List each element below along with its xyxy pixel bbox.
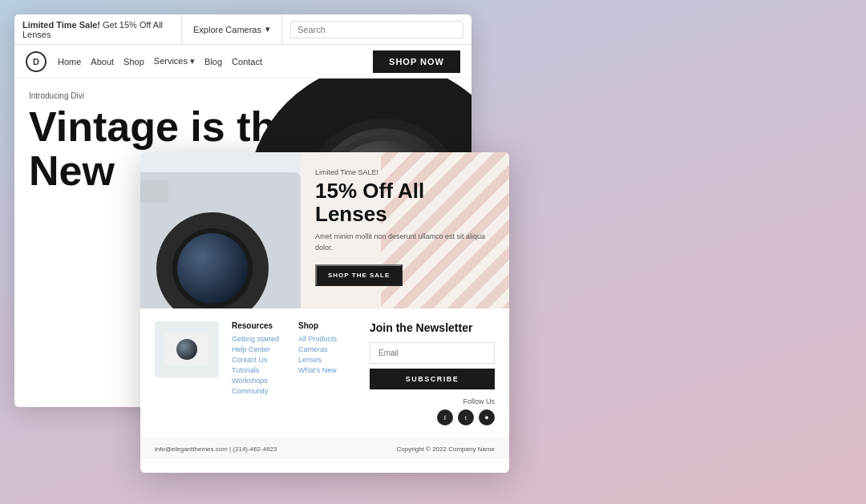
nav-link-blog[interactable]: Blog bbox=[204, 56, 222, 67]
footer-section: Resources Getting started Help Center Co… bbox=[140, 308, 509, 438]
sale-title-line1: 15% Off All bbox=[315, 179, 495, 203]
shop-heading: Shop bbox=[298, 321, 337, 330]
sale-camera-flash bbox=[140, 180, 168, 203]
shop-link-all-products[interactable]: All Products bbox=[298, 335, 337, 343]
shop-link-cameras[interactable]: Cameras bbox=[298, 345, 337, 353]
sale-title-line2: Lenses bbox=[315, 203, 495, 226]
shop-link-whats-new[interactable]: What's New bbox=[298, 366, 337, 374]
sale-camera-image bbox=[140, 152, 301, 308]
sale-description: Amet minim mollit non deserunt ullamco e… bbox=[315, 232, 495, 253]
footer-columns: Resources Getting started Help Center Co… bbox=[232, 321, 357, 425]
newsletter-heading: Join the Newsletter bbox=[370, 321, 495, 334]
copyright: Copyright © 2022 Company Name bbox=[397, 446, 495, 453]
nav-link-about[interactable]: About bbox=[91, 56, 114, 67]
email-input[interactable] bbox=[370, 342, 495, 364]
sale-banner: Limited Time SALE! 15% Off All Lenses Am… bbox=[140, 152, 509, 308]
resources-link-help-center[interactable]: Help Center bbox=[232, 345, 279, 353]
top-bar: Limited Time Sale! Get 15% Off All Lense… bbox=[14, 14, 471, 45]
search-input[interactable] bbox=[290, 21, 463, 38]
explore-cameras-dropdown[interactable]: Explore Cameras ▾ bbox=[181, 14, 282, 44]
sale-camera-lens-inner bbox=[172, 228, 253, 308]
nav-bar: D Home About Shop Services ▾ Blog Contac… bbox=[14, 45, 471, 79]
resources-link-contact-us[interactable]: Contact Us bbox=[232, 356, 279, 364]
nav-link-contact[interactable]: Contact bbox=[232, 56, 262, 67]
social-icons: f t ● bbox=[370, 409, 495, 425]
facebook-icon[interactable]: f bbox=[437, 409, 453, 425]
nav-link-home[interactable]: Home bbox=[58, 56, 81, 67]
footer-resources-col: Resources Getting started Help Center Co… bbox=[232, 321, 279, 425]
nav-link-shop[interactable]: Shop bbox=[123, 56, 144, 67]
sale-label: Limited Time SALE! bbox=[315, 168, 495, 176]
instagram-icon[interactable]: ● bbox=[479, 409, 495, 425]
sale-camera-body bbox=[140, 172, 301, 308]
shop-link-lenses[interactable]: Lenses bbox=[298, 356, 337, 364]
follow-us-label: Follow Us bbox=[370, 397, 495, 405]
footer-shop-col: Shop All Products Cameras Lenses What's … bbox=[298, 321, 337, 425]
sale-title: 15% Off All Lenses bbox=[315, 179, 495, 225]
newsletter-section: Join the Newsletter SUBSCRIBE Follow Us … bbox=[370, 321, 495, 425]
sale-camera-lens-area bbox=[156, 212, 269, 308]
resources-link-workshops[interactable]: Workshops bbox=[232, 377, 279, 385]
chevron-down-icon: ▾ bbox=[265, 24, 270, 34]
nav-link-services[interactable]: Services ▾ bbox=[154, 56, 195, 67]
sale-content-area: Limited Time SALE! 15% Off All Lenses Am… bbox=[301, 152, 509, 308]
resources-heading: Resources bbox=[232, 321, 279, 330]
sale-notice: Limited Time Sale! Get 15% Off All Lense… bbox=[22, 20, 181, 39]
resources-link-tutorials[interactable]: Tutorials bbox=[232, 366, 279, 374]
nav-links: Home About Shop Services ▾ Blog Contact bbox=[58, 56, 373, 67]
shop-now-button[interactable]: SHOP NOW bbox=[373, 50, 460, 73]
popup-window: Limited Time SALE! 15% Off All Lenses Am… bbox=[140, 152, 509, 473]
nav-logo: D bbox=[26, 51, 47, 72]
explore-cameras-label: Explore Cameras bbox=[193, 25, 261, 34]
shop-sale-button[interactable]: SHOP THE SALE bbox=[315, 264, 403, 286]
subscribe-button[interactable]: SUBSCRIBE bbox=[370, 369, 495, 389]
sale-notice-bold: Limited Time Sale! bbox=[22, 20, 100, 30]
bottom-bar: info@elegantthemes.com | (214)-462-4623 … bbox=[140, 438, 509, 459]
footer-camera-small bbox=[164, 333, 210, 366]
resources-link-community[interactable]: Community bbox=[232, 387, 279, 395]
contact-info: info@elegantthemes.com | (214)-462-4623 bbox=[155, 446, 277, 453]
twitter-icon[interactable]: t bbox=[458, 409, 474, 425]
resources-link-getting-started[interactable]: Getting started bbox=[232, 335, 279, 343]
footer-image bbox=[155, 321, 219, 377]
